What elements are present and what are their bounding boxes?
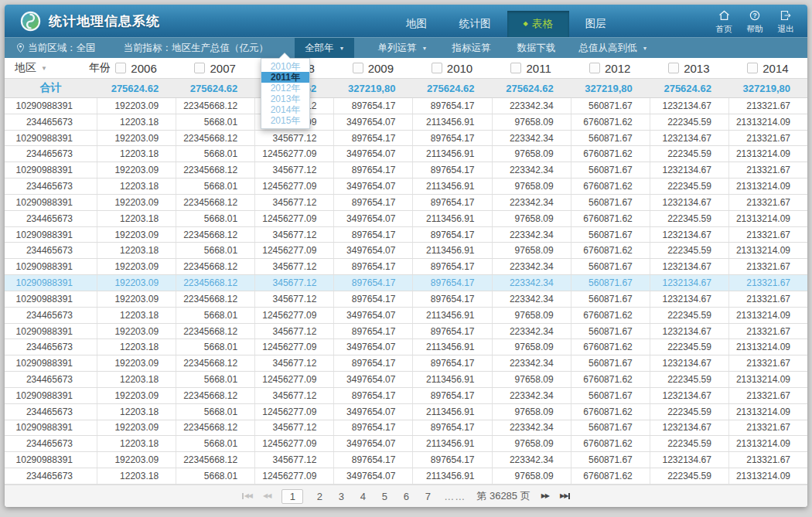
- table-row[interactable]: 10290988391192203.0922345668.12345677.12…: [5, 162, 807, 179]
- table-row[interactable]: 23446567312203.185668.0112456277.0934976…: [5, 308, 807, 324]
- table-cell: 3497654.07: [333, 179, 412, 194]
- page-number-button[interactable]: 5: [379, 491, 390, 502]
- table-cell: 5668.01: [176, 308, 254, 323]
- table-cell: 345677.12: [254, 259, 333, 274]
- year-checkbox[interactable]: [115, 63, 126, 73]
- sort-order-button[interactable]: 总值从高到低▼: [578, 38, 647, 58]
- year-checkbox[interactable]: [589, 63, 600, 73]
- table-cell: 213321.67: [728, 195, 807, 210]
- table-cell: 5668.01: [176, 339, 254, 355]
- table-row[interactable]: 10290988391192203.0922345668.12345677.12…: [5, 355, 807, 372]
- table-cell: 1232134.67: [650, 324, 728, 339]
- svg-text:?: ?: [752, 12, 756, 19]
- table-row[interactable]: 23446567312203.185668.0112456277.0934976…: [5, 372, 807, 388]
- year-checkbox[interactable]: [747, 63, 758, 73]
- table-cell: 97658.09: [492, 179, 571, 194]
- table-row[interactable]: 23446567312203.185668.0112456277.0934976…: [5, 211, 807, 227]
- table-row[interactable]: 23446567312203.185668.0112456277.0934976…: [5, 243, 807, 259]
- table-row[interactable]: 23446567312203.185668.0112456277.0934976…: [5, 339, 807, 355]
- year-checkbox[interactable]: [353, 63, 363, 73]
- table-row[interactable]: 10290988391192203.0922345668.12345677.12…: [5, 388, 807, 404]
- table-row[interactable]: 23446567312203.185668.0112456277.0934976…: [5, 404, 807, 420]
- page-last-button[interactable]: ▶▶: [560, 493, 570, 499]
- table-cell: 213321.67: [728, 259, 807, 274]
- region-column-header[interactable]: 地区 ▼ 年份: [5, 61, 97, 75]
- nav-tab-stats-chart[interactable]: 统计图: [443, 11, 507, 37]
- table-cell: 5668.01: [176, 436, 254, 451]
- data-download-button[interactable]: 数据下载: [517, 38, 555, 58]
- page-number-button[interactable]: 2: [314, 491, 325, 502]
- table-row-selected[interactable]: 10290988391192203.0922345668.12345677.12…: [5, 275, 807, 291]
- region-header-label: 地区: [15, 61, 36, 75]
- table-cell: 345677.12: [254, 355, 333, 371]
- table-row[interactable]: 10290988391192203.0922345668.12345677.12…: [5, 259, 807, 275]
- table-cell: 560871.67: [571, 275, 650, 291]
- help-button[interactable]: ?帮助: [742, 10, 767, 35]
- table-cell: 222345.59: [650, 211, 728, 226]
- summary-value: 275624.62: [650, 83, 728, 94]
- table-cell: 12456277.09: [254, 146, 333, 162]
- table-cell: 1232134.67: [650, 275, 728, 291]
- table-cell: 1232134.67: [650, 162, 728, 178]
- table-row[interactable]: 23446567312203.185668.0112456277.0934976…: [5, 146, 807, 162]
- indicator-calc-button[interactable]: 指标运算: [452, 38, 490, 58]
- year-checkbox[interactable]: [668, 63, 679, 73]
- table-row[interactable]: 10290988391192203.0922345668.12345677.12…: [5, 291, 807, 308]
- table-cell: 213321.67: [728, 388, 807, 403]
- table-cell: 10290988391: [5, 324, 97, 339]
- page-next-button[interactable]: ▶▶: [541, 493, 549, 499]
- column-calc-button[interactable]: 单列运算▼: [377, 38, 427, 58]
- page-number-button[interactable]: 4: [357, 491, 368, 502]
- page-number-button[interactable]: 1: [281, 489, 303, 504]
- table-cell: 234465673: [5, 308, 97, 323]
- help-icon: ?: [749, 10, 760, 22]
- table-cell: 213321.67: [728, 98, 807, 114]
- logout-button[interactable]: 退出: [773, 10, 798, 35]
- table-row[interactable]: 10290988391192203.0922345668.12345677.12…: [5, 452, 807, 468]
- table-cell: 2113456.91: [412, 339, 491, 355]
- table-cell: 560871.67: [571, 355, 650, 371]
- year-checkbox[interactable]: [510, 63, 521, 73]
- table-cell: 192203.09: [97, 291, 176, 307]
- year-option[interactable]: 2014年: [261, 104, 309, 115]
- table-cell: 5668.01: [176, 468, 254, 484]
- page-first-button[interactable]: ◀◀: [242, 493, 252, 499]
- table-row[interactable]: 10290988391192203.0922345668.12345677.12…: [5, 324, 807, 340]
- table-cell: 345677.12: [254, 195, 333, 210]
- table-row[interactable]: 10290988391192203.0922345668.12345677.12…: [5, 227, 807, 243]
- year-option[interactable]: 2015年: [261, 115, 309, 126]
- page-number-button[interactable]: 7: [422, 491, 433, 502]
- page-number-button[interactable]: 6: [401, 491, 411, 502]
- table-cell: 897654.17: [412, 291, 491, 307]
- nav-tab-table[interactable]: ◆表格: [507, 11, 569, 37]
- table-row[interactable]: 23446567312203.185668.0112456277.0934976…: [5, 468, 807, 485]
- table-cell: 21313214.09: [728, 179, 807, 194]
- year-option[interactable]: 2012年: [261, 83, 309, 94]
- table-cell: 223342.34: [492, 355, 571, 371]
- table-row[interactable]: 23446567312203.185668.0112456277.0934976…: [5, 179, 807, 195]
- table-row[interactable]: 10290988391192203.0922345668.12345677.12…: [5, 131, 807, 147]
- year-option[interactable]: 2013年: [261, 94, 309, 104]
- app-title: 统计地理信息系统: [49, 12, 160, 30]
- table-cell: 22345668.12: [176, 227, 254, 243]
- year-filter-button[interactable]: 全部年▼: [295, 38, 354, 58]
- nav-tab-layers[interactable]: 图层: [569, 11, 623, 37]
- page-prev-button[interactable]: ◀◀: [263, 493, 271, 499]
- table-row[interactable]: 23446567312203.185668.0112456277.0934976…: [5, 114, 807, 131]
- table-row[interactable]: 10290988391192203.0922345668.12345677.12…: [5, 420, 807, 437]
- table-row[interactable]: 10290988391192203.0922345668.12345677.12…: [5, 98, 807, 114]
- year-checkbox[interactable]: [432, 63, 442, 73]
- table-row[interactable]: 23446567312203.185668.0112456277.0934976…: [5, 436, 807, 452]
- home-button[interactable]: 首页: [711, 10, 736, 35]
- table-cell: 192203.09: [97, 388, 176, 403]
- table-row[interactable]: 10290988391192203.0922345668.12345677.12…: [5, 195, 807, 211]
- table-cell: 12203.18: [97, 146, 176, 162]
- year-option[interactable]: 2011年: [261, 72, 309, 83]
- table-cell: 234465673: [5, 372, 97, 387]
- table-cell: 12456277.09: [254, 308, 333, 323]
- year-option[interactable]: 2010年: [261, 61, 309, 72]
- year-checkbox[interactable]: [194, 63, 205, 73]
- page-number-button[interactable]: 3: [336, 491, 346, 502]
- table-cell: 6760871.62: [571, 179, 650, 194]
- nav-tab-map[interactable]: 地图: [390, 11, 443, 37]
